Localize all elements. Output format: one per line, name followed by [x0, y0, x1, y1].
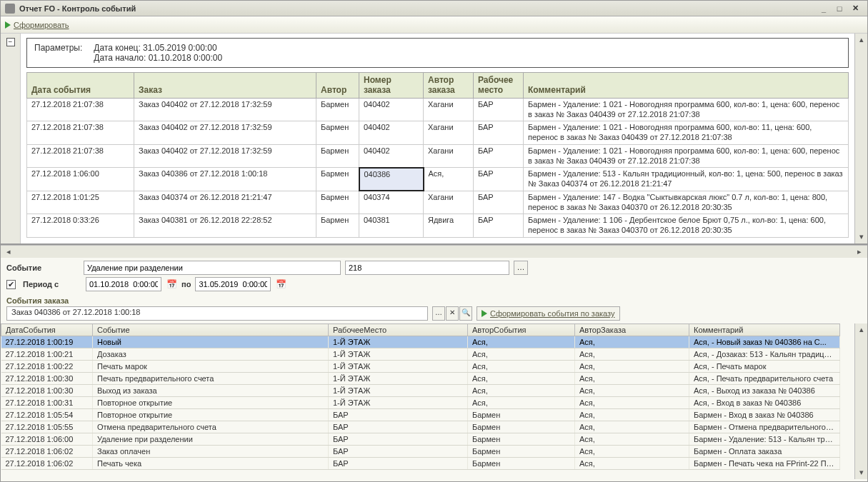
dcol-order-author[interactable]: АвторЗаказа — [575, 324, 689, 336]
cell[interactable]: Бармен - Удаление: 147 - Водка "Сыктывка… — [524, 191, 849, 214]
cell[interactable]: 27.12.2018 1:00:21 — [1, 348, 93, 361]
cell[interactable]: Ася, — [575, 361, 689, 373]
minimize-button[interactable]: _ — [816, 4, 832, 13]
cell[interactable]: Удаление при разделении — [93, 433, 329, 446]
cell[interactable]: Заказ 040402 от 27.12.2018 17:32:59 — [134, 98, 316, 121]
cell[interactable]: Ася, - Печать марок — [689, 361, 840, 373]
cell[interactable]: Бармен — [316, 144, 359, 168]
dcol-workplace[interactable]: РабочееМесто — [329, 324, 468, 336]
cell[interactable]: 040381 — [359, 214, 424, 238]
cell[interactable]: Ася, — [424, 168, 474, 191]
table-row[interactable]: 27.12.2018 1:06:02Печать чекаБАРБарменАс… — [1, 458, 840, 470]
table-row[interactable]: 27.12.2018 1:01:25Заказ 040374 от 26.12.… — [27, 191, 849, 214]
table-row[interactable]: 27.12.2018 1:05:54Повторное открытиеБАРБ… — [1, 409, 840, 421]
cell[interactable]: Ася, — [575, 409, 689, 421]
cell[interactable]: Бармен - Отмена предварительного с... — [689, 421, 840, 433]
cell[interactable]: 27.12.2018 1:05:54 — [1, 409, 93, 421]
cell[interactable]: Ася, — [575, 458, 689, 470]
run-report-button[interactable]: Сформировать — [5, 21, 69, 29]
cell[interactable]: Бармен - Печать чека на FPrint-22 ПТК... — [689, 458, 840, 470]
cell[interactable]: Отмена предварительного счета — [93, 421, 329, 433]
scroll-up-icon[interactable]: ▴ — [859, 325, 864, 335]
dcol-event[interactable]: Событие — [93, 324, 329, 336]
cell[interactable]: БАР — [329, 433, 468, 446]
cell[interactable]: 1-Й ЭТАЖ — [329, 397, 468, 409]
cell[interactable]: 1-Й ЭТАЖ — [329, 348, 468, 361]
table-row[interactable]: 27.12.2018 1:06:00Удаление при разделени… — [1, 433, 840, 446]
cell[interactable]: 27.12.2018 1:06:00 — [1, 433, 93, 446]
cell[interactable]: Ася, — [575, 433, 689, 446]
cell[interactable]: 27.12.2018 21:07:38 — [27, 144, 134, 168]
cell[interactable]: 27.12.2018 1:06:02 — [1, 446, 93, 458]
cell[interactable]: 27.12.2018 21:07:38 — [27, 98, 134, 121]
cell[interactable]: 1-Й ЭТАЖ — [329, 385, 468, 397]
col-order-author[interactable]: Автор заказа — [424, 73, 474, 99]
table-row[interactable]: 27.12.2018 1:00:30Печать предварительног… — [1, 373, 840, 385]
table-row[interactable]: 27.12.2018 1:06:00Заказ 040386 от 27.12.… — [27, 168, 849, 191]
cell[interactable]: Дозаказ — [93, 348, 329, 361]
cell[interactable]: БАР — [474, 121, 524, 145]
cell[interactable]: 1-Й ЭТАЖ — [329, 373, 468, 385]
table-row[interactable]: 27.12.2018 1:00:30Выход из заказа1-Й ЭТА… — [1, 385, 840, 397]
cell[interactable]: Повторное открытие — [93, 409, 329, 421]
cell[interactable]: Выход из заказа — [93, 385, 329, 397]
event-select-button[interactable]: … — [514, 261, 528, 275]
table-row[interactable]: 27.12.2018 1:00:19Новый1-Й ЭТАЖАся,Ася,А… — [1, 336, 840, 348]
date-to-input[interactable] — [195, 277, 271, 291]
report-horizontal-scrollbar[interactable]: ◂ ▸ — [1, 245, 867, 258]
cell[interactable]: Ася, — [575, 446, 689, 458]
cell[interactable]: Бармен — [468, 433, 575, 446]
cell[interactable]: Бармен — [316, 98, 359, 121]
build-order-events-button[interactable]: Сформировать события по заказу — [477, 306, 620, 321]
cell[interactable]: Ася, — [468, 385, 575, 397]
cell[interactable]: БАР — [474, 168, 524, 191]
cell[interactable]: Бармен - Удаление: 1 106 - Дербентское б… — [524, 214, 849, 238]
scroll-right-icon[interactable]: ▸ — [854, 247, 864, 256]
cell[interactable]: БАР — [329, 421, 468, 433]
cell[interactable]: Печать марок — [93, 361, 329, 373]
dcol-comment[interactable]: Комментарий — [689, 324, 840, 336]
table-row[interactable]: 27.12.2018 1:06:02Заказ оплаченБАРБармен… — [1, 446, 840, 458]
cell[interactable]: 27.12.2018 1:00:30 — [1, 373, 93, 385]
cell[interactable]: Ася, — [468, 348, 575, 361]
report-scroll-area[interactable]: Параметры: Дата конец: 31.05.2019 0:00:0… — [21, 34, 854, 243]
maximize-button[interactable]: □ — [832, 4, 847, 13]
cell[interactable]: 27.12.2018 1:01:25 — [27, 191, 134, 214]
cell[interactable]: Новый — [93, 336, 329, 348]
cell[interactable]: БАР — [474, 144, 524, 168]
cell[interactable]: Ася, — [575, 336, 689, 348]
cell[interactable]: Ася, - Новый заказ № 040386 на С... — [689, 336, 840, 348]
table-row[interactable]: 27.12.2018 1:00:22Печать марок1-Й ЭТАЖАс… — [1, 361, 840, 373]
cell[interactable]: Бармен - Оплата заказа — [689, 446, 840, 458]
order-info-field[interactable]: Заказ 040386 от 27.12.2018 1:00:18 — [6, 306, 428, 321]
collapse-toggle[interactable]: − — [6, 38, 15, 46]
cell[interactable]: Ася, — [468, 397, 575, 409]
cell[interactable]: 27.12.2018 21:07:38 — [27, 121, 134, 145]
cell[interactable]: Повторное открытие — [93, 397, 329, 409]
cell[interactable]: 27.12.2018 1:06:00 — [27, 168, 134, 191]
cell[interactable]: Бармен — [468, 409, 575, 421]
cell[interactable]: Заказ оплачен — [93, 446, 329, 458]
cell[interactable]: БАР — [474, 191, 524, 214]
scroll-down-icon[interactable]: ▾ — [859, 232, 864, 242]
cell[interactable]: Заказ 040381 от 26.12.2018 22:28:52 — [134, 214, 316, 238]
cell[interactable]: Заказ 040374 от 26.12.2018 21:21:47 — [134, 191, 316, 214]
event-code-input[interactable] — [345, 261, 509, 275]
cell[interactable]: 1-Й ЭТАЖ — [329, 361, 468, 373]
table-row[interactable]: 27.12.2018 0:33:26Заказ 040381 от 26.12.… — [27, 214, 849, 238]
scroll-left-icon[interactable]: ◂ — [4, 247, 14, 256]
cell[interactable]: 27.12.2018 1:00:31 — [1, 397, 93, 409]
cell[interactable]: 27.12.2018 1:00:30 — [1, 385, 93, 397]
cell[interactable]: Хагани — [424, 144, 474, 168]
cell[interactable]: Ася, - Дозаказ: 513 - Кальян традицио... — [689, 348, 840, 361]
cell[interactable]: Бармен — [468, 446, 575, 458]
cell[interactable]: Печать предварительного счета — [93, 373, 329, 385]
cell[interactable]: Ася, — [575, 397, 689, 409]
table-row[interactable]: 27.12.2018 1:00:21Дозаказ1-Й ЭТАЖАся,Ася… — [1, 348, 840, 361]
cell[interactable]: 1-Й ЭТАЖ — [329, 336, 468, 348]
cell[interactable]: Ася, - Вход в заказ № 040386 — [689, 397, 840, 409]
cell[interactable]: Бармен — [468, 458, 575, 470]
cell[interactable]: Бармен - Удаление: 513 - Кальян традицио… — [524, 168, 849, 191]
cell[interactable]: Бармен — [468, 421, 575, 433]
cell[interactable]: Ася, — [575, 421, 689, 433]
